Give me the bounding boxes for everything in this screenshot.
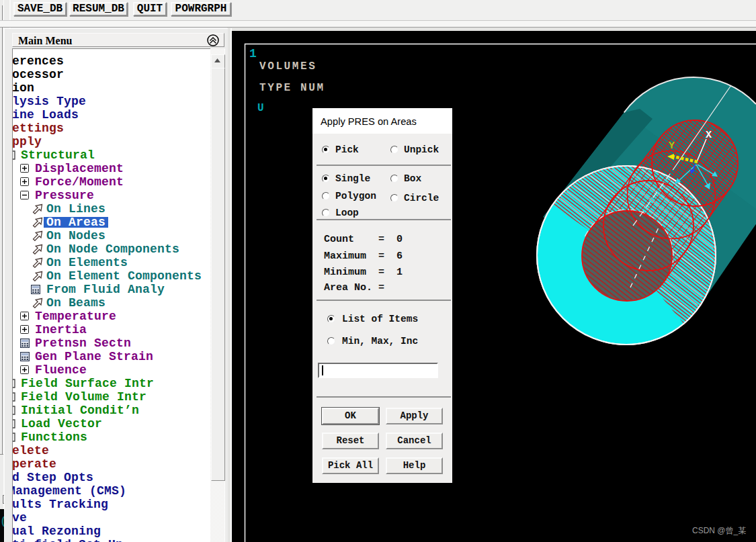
svg-text:1: 1 xyxy=(249,47,257,60)
svg-text:TYPE NUM: TYPE NUM xyxy=(259,82,325,94)
svg-text:U: U xyxy=(257,102,264,114)
svg-text:X: X xyxy=(706,130,712,141)
svg-text:Y: Y xyxy=(669,140,675,152)
svg-text:VOLUMES: VOLUMES xyxy=(259,60,317,73)
